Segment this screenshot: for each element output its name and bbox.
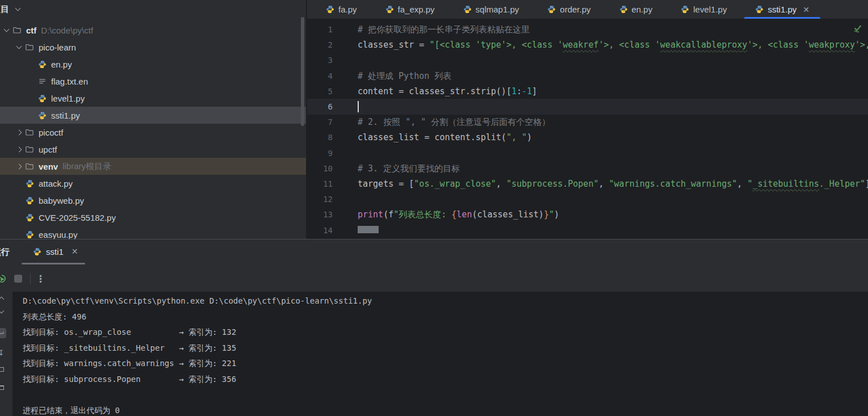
console-exit-line: 进程已结束，退出代码为 0: [23, 403, 868, 416]
line-number[interactable]: 14: [307, 222, 333, 238]
line-number[interactable]: 2: [307, 37, 333, 53]
close-icon[interactable]: ✕: [803, 5, 810, 14]
soft-wrap-icon[interactable]: ↩: [0, 328, 6, 338]
editor-tab-sqlmap1-py[interactable]: sqlmap1.py: [449, 0, 534, 19]
code-line-11: 11targets = ["os._wrap_close", "subproce…: [307, 176, 868, 192]
project-selector[interactable]: 项目: [0, 0, 306, 18]
chevron-down-icon[interactable]: [14, 46, 24, 48]
code-editor[interactable]: 1# 把你获取到的那一长串子类列表粘贴在这里2classes_str = "[<…: [307, 20, 868, 239]
code-line-12: 12: [307, 191, 868, 207]
prev-occurrence-icon[interactable]: [0, 293, 6, 303]
tree-row-level1-py[interactable]: level1.py: [0, 90, 306, 107]
folder-icon: [24, 43, 35, 52]
line-number[interactable]: 8: [307, 129, 333, 145]
tree-row-ctf[interactable]: ctfD:\code\py\ctf: [0, 22, 306, 39]
editor-tab-label: level1.py: [693, 5, 727, 14]
run-toolbar: ⋮: [0, 266, 868, 292]
tree-row-babyweb-py[interactable]: babyweb.py: [0, 192, 306, 209]
text-icon: [36, 77, 48, 86]
tree-row-attack-py[interactable]: attack.py: [0, 175, 306, 192]
close-icon[interactable]: ✕: [72, 247, 78, 256]
code-text: targets = ["os._wrap_close", "subprocess…: [358, 176, 868, 192]
clear-all-icon[interactable]: [0, 383, 6, 393]
python-icon: [24, 230, 35, 239]
tree-item-label: easyuu.py: [39, 230, 77, 239]
code-line-13: 13print(f"列表总长度: {len(classes_list)}"): [307, 207, 868, 222]
print-icon[interactable]: [0, 364, 6, 375]
code-text: content = classes_str.strip()[1:-1]: [358, 83, 868, 99]
run-panel-title: 运行: [0, 247, 10, 258]
tree-item-label: CVE-2025-55182.py: [39, 213, 116, 222]
code-text: # 处理成 Python 列表: [358, 68, 868, 84]
line-number[interactable]: 10: [307, 161, 333, 177]
run-tab-bar: 运行 ssti1 ✕: [0, 239, 868, 265]
code-text: classes_list = content.split(", "): [358, 129, 868, 145]
line-number[interactable]: 13: [307, 207, 333, 222]
tree-item-label: level1.py: [51, 94, 85, 103]
scroll-to-end-icon[interactable]: ↧: [0, 347, 6, 358]
chevron-right-icon[interactable]: [14, 165, 24, 169]
line-number[interactable]: 5: [307, 83, 333, 99]
editor-tab-fa_exp-py[interactable]: fa_exp.py: [371, 0, 449, 19]
console-target-lines: 找到目标: os._wrap_close → 索引为: 132找到目标: _si…: [23, 325, 868, 387]
tree-row-venv[interactable]: venvlibrary根目录: [0, 158, 306, 175]
code-text: # 2. 按照 ", " 分割（注意逗号后面有个空格）: [358, 114, 868, 130]
line-number[interactable]: 4: [307, 68, 333, 84]
tree-row-en-py[interactable]: en.py: [0, 56, 306, 73]
run-tab-ssti1[interactable]: ssti1 ✕: [30, 239, 82, 263]
python-icon: [36, 60, 48, 69]
code-text: classes_str = "[<class 'type'>, <class '…: [358, 37, 868, 53]
stop-button[interactable]: [14, 275, 22, 283]
tree-row-upctf[interactable]: upctf: [0, 141, 306, 158]
line-number[interactable]: 11: [307, 176, 333, 192]
line-number[interactable]: 3: [307, 52, 333, 68]
tree-row-cve-2025-55182-py[interactable]: CVE-2025-55182.py: [0, 209, 306, 226]
line-number[interactable]: 1: [307, 22, 333, 37]
inspection-ok-icon[interactable]: [853, 23, 862, 35]
line-number[interactable]: 7: [307, 114, 333, 130]
sidebar-scrollbar-thumb[interactable]: [301, 17, 304, 126]
line-number[interactable]: 6: [307, 99, 333, 115]
editor-tab-label: fa_exp.py: [398, 5, 435, 14]
python-icon: [619, 5, 628, 14]
editor-tab-label: order.py: [560, 5, 590, 14]
folder-icon: [11, 26, 23, 35]
tree-row-easyuu-py[interactable]: easyuu.py: [0, 226, 306, 239]
editor-area: fa.pyfa_exp.pysqlmap1.pyorder.pyen.pylev…: [307, 0, 868, 239]
line-number[interactable]: 9: [307, 145, 333, 161]
console-left-toolbar: ↩ ↧: [0, 292, 12, 416]
editor-tab-level1-py[interactable]: level1.py: [666, 0, 741, 19]
chevron-down-icon[interactable]: [1, 29, 11, 31]
more-options-button[interactable]: ⋮: [36, 273, 45, 285]
tree-item-label: ctf: [26, 26, 36, 35]
tree-row-pico-learn[interactable]: pico-learn: [0, 39, 306, 56]
tree-row-picoctf[interactable]: picoctf: [0, 124, 306, 141]
line-number[interactable]: 12: [307, 191, 333, 207]
toolbar-separator: [30, 273, 31, 284]
editor-tab-order-py[interactable]: order.py: [533, 0, 605, 19]
tree-item-meta: D:\code\py\ctf: [41, 26, 93, 35]
python-icon: [755, 5, 764, 14]
python-icon: [463, 5, 472, 14]
code-text: # 3. 定义我们要找的目标: [358, 161, 868, 177]
editor-tab-label: en.py: [632, 5, 653, 14]
editor-tab-ssti1-py[interactable]: ssti1.py✕: [741, 0, 824, 19]
code-line-2: 2classes_str = "[<class 'type'>, <class …: [307, 37, 868, 53]
chevron-down-icon: [15, 6, 21, 11]
console-output[interactable]: D:\code\py\ctf\venv\Scripts\python.exe D…: [12, 292, 868, 416]
tree-row-flag-txt-en[interactable]: flag.txt.en: [0, 73, 306, 90]
code-line-4: 4# 处理成 Python 列表: [307, 68, 868, 84]
chevron-right-icon[interactable]: [14, 131, 24, 135]
tree-item-label: venv: [39, 162, 58, 171]
tree-row-ssti1-py[interactable]: ssti1.py: [0, 107, 306, 124]
console-target-line: 找到目标: _sitebuiltins._Helper → 索引为: 135: [23, 341, 868, 356]
rerun-button[interactable]: [0, 274, 7, 284]
console-total-line: 列表总长度: 496: [23, 309, 868, 325]
editor-tab-fa-py[interactable]: fa.py: [312, 0, 371, 19]
next-occurrence-icon[interactable]: [0, 306, 6, 317]
tree-item-label: picoctf: [39, 128, 63, 137]
python-icon: [326, 5, 334, 14]
editor-tab-en-py[interactable]: en.py: [605, 0, 667, 19]
chevron-right-icon[interactable]: [14, 148, 24, 152]
tree-item-label: attack.py: [39, 179, 73, 188]
